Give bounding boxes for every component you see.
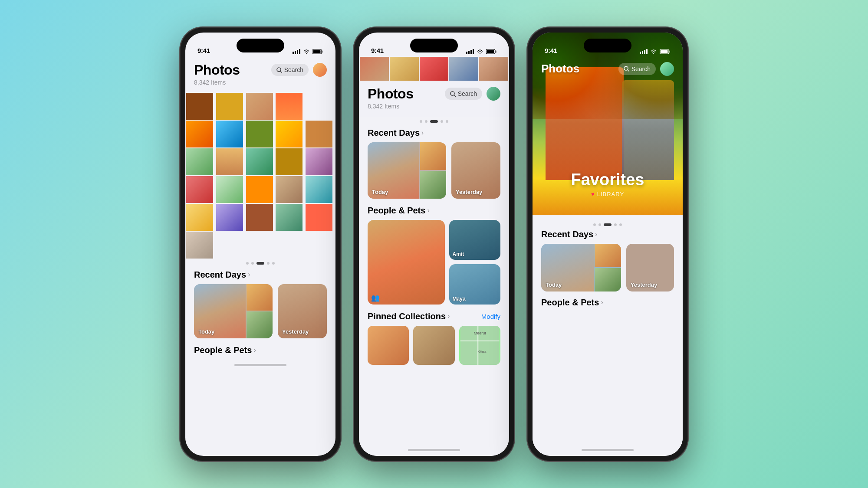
group-photo-card-2[interactable]: 👥: [368, 220, 445, 305]
svg-text:Ghaz: Ghaz: [478, 349, 487, 353]
photo-cell[interactable]: [276, 176, 302, 203]
photo-cell[interactable]: [276, 121, 302, 147]
favorites-main-title: Favorites: [533, 170, 683, 189]
recent-days-title-3: Recent Days: [541, 229, 593, 239]
today-card-3[interactable]: Today: [541, 244, 621, 291]
photo-cell[interactable]: [186, 121, 213, 147]
photo-cell[interactable]: [216, 93, 243, 120]
person-card-amit[interactable]: Amit: [449, 220, 500, 260]
status-time-2: 9:41: [371, 47, 384, 54]
section-header-recent-days-3[interactable]: Recent Days ›: [541, 229, 674, 239]
svg-rect-23: [640, 52, 641, 54]
person-card-maya[interactable]: Maya: [449, 264, 500, 305]
svg-line-8: [280, 71, 282, 72]
group-icon-2: 👥: [371, 294, 380, 302]
dynamic-island-2: [410, 39, 458, 52]
person-name-maya: Maya: [453, 296, 466, 302]
yesterday-card-3[interactable]: Yesterday: [626, 244, 674, 291]
photo-cell[interactable]: [276, 93, 302, 120]
photo-cell[interactable]: [216, 176, 243, 203]
search-label-1: Search: [284, 66, 303, 73]
yesterday-card-1[interactable]: Yesterday: [278, 284, 327, 338]
chevron-icon-2: ›: [253, 346, 256, 354]
pinned-title-row[interactable]: Pinned Collections ›: [368, 311, 450, 321]
hero-actions: Search: [618, 62, 674, 76]
photo-cell[interactable]: [306, 121, 332, 147]
status-icons-1: [293, 49, 323, 54]
section-header-people-3[interactable]: People & Pets ›: [541, 298, 674, 308]
photo-cell[interactable]: [276, 204, 302, 231]
section-header-people-1[interactable]: People & Pets ›: [194, 345, 327, 355]
search-button-1[interactable]: Search: [271, 64, 309, 76]
battery-icon: [312, 49, 323, 54]
strip-cell: [390, 57, 419, 81]
photo-cell[interactable]: [306, 204, 332, 231]
photo-cell[interactable]: [216, 204, 243, 231]
chevron-icon-5: ›: [447, 312, 450, 320]
photo-cell[interactable]: [246, 121, 273, 147]
yesterday-label-1: Yesterday: [282, 328, 309, 335]
recent-days-row-2: Today Yesterday: [368, 142, 500, 199]
avatar-2[interactable]: [487, 87, 500, 101]
svg-rect-5: [322, 50, 323, 52]
home-indicator-1: [185, 360, 335, 371]
phone-screen-1: 9:41 Photos Search 8,342 Items: [185, 33, 335, 456]
search-button-3[interactable]: Search: [618, 63, 656, 75]
yesterday-label-3: Yesterday: [631, 282, 657, 288]
signal-icon-3: [640, 49, 648, 54]
strip-cell: [479, 57, 508, 81]
today-card-2[interactable]: Today: [368, 142, 446, 199]
pinned-card-1[interactable]: [368, 326, 409, 365]
today-card-1[interactable]: Today: [194, 284, 273, 338]
pinned-card-map[interactable]: Meerut Ghaz: [459, 326, 500, 365]
recent-days-section-1: Recent Days › Today: [185, 270, 335, 338]
photo-cell[interactable]: [306, 148, 332, 175]
scrollable-2[interactable]: Recent Days › Today: [359, 126, 509, 445]
section-header-recent-days-2[interactable]: Recent Days ›: [368, 128, 500, 138]
phone-screen-3: 9:41 Photos Search: [533, 33, 683, 456]
photo-cell[interactable]: [186, 93, 213, 120]
search-button-2[interactable]: Search: [445, 88, 482, 100]
map-content: Meerut Ghaz: [459, 326, 500, 365]
avatar-3[interactable]: [660, 62, 674, 76]
photo-cell[interactable]: [216, 121, 243, 147]
battery-icon-2: [486, 49, 497, 54]
dot-active: [256, 262, 264, 265]
chevron-icon-7: ›: [601, 298, 603, 306]
photo-cell[interactable]: [306, 176, 332, 203]
yesterday-card-2[interactable]: Yesterday: [451, 142, 500, 199]
section-header-recent-days-1[interactable]: Recent Days ›: [194, 270, 327, 280]
people-pets-title-2: People & Pets: [368, 206, 425, 216]
svg-rect-11: [470, 50, 472, 54]
recent-days-title-1: Recent Days: [194, 270, 246, 280]
search-icon-1: [276, 67, 282, 73]
photo-cell[interactable]: [186, 176, 213, 203]
chevron-icon-4: ›: [427, 206, 429, 214]
phone-screen-2: 9:41 Photos Search: [359, 33, 509, 456]
svg-rect-10: [468, 51, 470, 54]
recent-days-row-1: Today Yesterday: [194, 284, 327, 338]
photo-cell[interactable]: [246, 176, 273, 203]
photo-cell[interactable]: [186, 148, 213, 175]
modify-button[interactable]: Modify: [481, 313, 500, 320]
header-top-2: Photos Search: [368, 86, 500, 102]
photo-grid-1: [186, 93, 335, 259]
photo-cell[interactable]: [276, 148, 302, 175]
photo-cell[interactable]: [246, 93, 273, 120]
photo-cell[interactable]: [246, 204, 273, 231]
pinned-card-2[interactable]: [413, 326, 454, 365]
avatar-1[interactable]: [313, 63, 327, 77]
dot: [446, 120, 448, 123]
status-icons-3: [640, 49, 671, 54]
photo-cell[interactable]: [216, 148, 243, 175]
bottom-panel-3: Recent Days › Today: [533, 215, 683, 445]
svg-rect-2: [297, 50, 298, 54]
section-header-people-2[interactable]: People & Pets ›: [368, 206, 500, 216]
svg-text:Meerut: Meerut: [473, 331, 486, 335]
photo-cell[interactable]: [246, 148, 273, 175]
pinned-section-2: Pinned Collections › Modify: [359, 311, 509, 365]
photo-cell[interactable]: [186, 204, 213, 231]
photo-cell[interactable]: [186, 232, 213, 259]
dot: [619, 223, 622, 226]
people-pets-section-3: People & Pets ›: [541, 298, 674, 312]
